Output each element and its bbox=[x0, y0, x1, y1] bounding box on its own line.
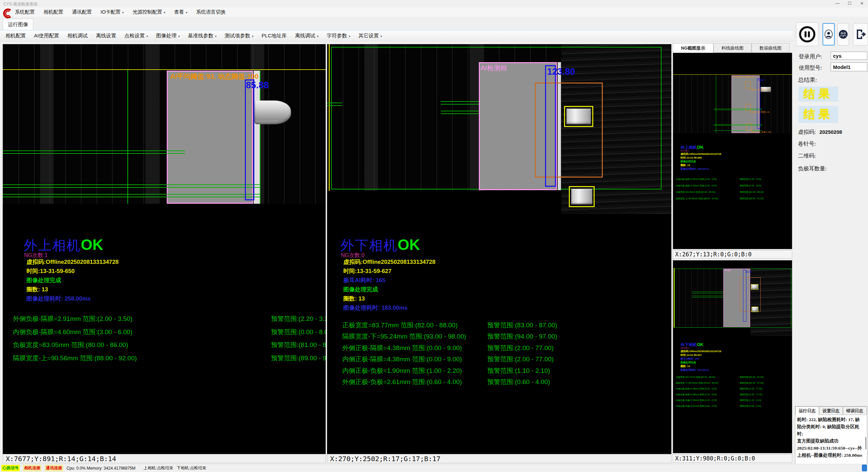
window-title: CYS-视觉检测系统 bbox=[3, 1, 38, 7]
user-button[interactable] bbox=[822, 23, 835, 46]
tool-ai-use-config[interactable]: AI使用配置 bbox=[34, 33, 59, 39]
login-user-label: 登录用户: bbox=[799, 53, 822, 60]
pause-button[interactable] bbox=[796, 22, 818, 46]
info-process-done: 图像处理完成 bbox=[26, 276, 61, 284]
mini-info: 极耳AI耗时: 165 bbox=[681, 357, 699, 361]
tool-offline-debug[interactable]: 离线调试 bbox=[295, 33, 319, 39]
measurement: 外侧正极-隔膜=4.38mm 范围:(0.00 - 9.00) bbox=[342, 344, 462, 352]
mini-ng: NG次数:1 bbox=[681, 149, 689, 152]
tab-data-curve[interactable]: 数据曲线图 bbox=[752, 43, 790, 53]
tab-run-log[interactable]: 运行日志 bbox=[795, 406, 819, 415]
vcode-label: 虚拟码: bbox=[798, 129, 816, 135]
tab-ng-screenshot[interactable]: NG截图显示 bbox=[673, 43, 713, 53]
maximize-button[interactable]: ☐ bbox=[844, 0, 856, 7]
mini-measure-line bbox=[714, 110, 762, 110]
measurement: 内侧负极-隔膜=4.60mm 范围:(3.00 - 6.00) bbox=[13, 328, 132, 337]
tab-settings-log[interactable]: 设置日志 bbox=[819, 406, 843, 415]
view-tab-row: 运行图像 bbox=[0, 17, 868, 30]
mini-measure-value: 123.80 bbox=[745, 271, 752, 273]
ng-preview-lower[interactable]: AI检测框 123.80 外下相机OK NG次数:0 虚拟码:Offline20… bbox=[673, 260, 792, 453]
mini-tab-box bbox=[752, 307, 758, 312]
users-button[interactable] bbox=[837, 23, 849, 46]
lower-camera-pixel-status: X:270;Y:2502;R:17;G:17;B:17 bbox=[327, 454, 671, 463]
tab-line-curve[interactable]: 料线曲线图 bbox=[713, 43, 752, 53]
menu-camera-config[interactable]: 相机配置 bbox=[43, 9, 63, 15]
mini-info: 虚拟码:Offline20250208133134728 bbox=[681, 152, 721, 156]
menu-system-config[interactable]: 系统配置 bbox=[15, 9, 35, 15]
tool-image-processing[interactable]: 图像处理 bbox=[156, 33, 180, 39]
mini-warn: 预警范围:(0.60 - 4.00) bbox=[740, 405, 761, 408]
menu-language-switch[interactable]: 系统语言切换 bbox=[196, 9, 225, 15]
mini-info: 虚拟码:Offline20250208133134728 bbox=[681, 350, 721, 353]
warn-range: 预警范围:(94.00 - 97.00) bbox=[487, 332, 557, 341]
model-input[interactable] bbox=[831, 62, 867, 71]
menu-view[interactable]: 查看 bbox=[174, 9, 187, 15]
width-measure-box bbox=[245, 79, 254, 200]
tab-run-image[interactable]: 运行图像 bbox=[3, 19, 33, 30]
preview-lower-pixel-status: X:311;Y:980;R:0;G:0;B:0 bbox=[673, 454, 792, 463]
tool-test-item-params[interactable]: 测试项参数 bbox=[225, 33, 254, 39]
mini-camera-title: 外上相机 bbox=[681, 145, 697, 150]
measurement: 隔膜宽度-下=95.24mm 范围:(93.00 - 98.00) bbox=[342, 332, 466, 341]
tool-baseline-params[interactable]: 基准线参数 bbox=[188, 33, 217, 39]
warn-range: 预警范围:(0.60 - 4.00) bbox=[487, 378, 550, 386]
mini-measurement: 外侧正极-隔膜=4.38mm 范围:(0.00 - 9.00) bbox=[676, 387, 717, 391]
measurement: 内侧正极-负极=1.90mm 范围:(1.00 - 2.20) bbox=[342, 366, 462, 375]
qrcode-label: 二维码: bbox=[798, 152, 816, 160]
mini-yellow-line bbox=[674, 268, 674, 328]
mini-measure-line bbox=[714, 124, 762, 125]
vcode-row: 虚拟码: 20250208 bbox=[798, 129, 842, 136]
menu-light-control-config[interactable]: 光源控制配置 bbox=[132, 9, 165, 15]
menu-comm-config[interactable]: 通讯配置 bbox=[72, 9, 92, 15]
tray-icon[interactable] bbox=[862, 465, 867, 471]
mini-camera-result: OK bbox=[697, 145, 704, 150]
mini-measurement: 隔膜宽度-上=90.56mm 范围:(88.00 - 92.00) bbox=[676, 197, 718, 200]
baseline-yellow-vertical bbox=[329, 44, 330, 191]
info-process-time: 图像处理耗时: 183.00ms bbox=[343, 304, 408, 312]
mini-blue-box bbox=[743, 270, 746, 322]
camera-link-badge: 相机连接 bbox=[23, 465, 41, 471]
mini-measure-line bbox=[714, 109, 762, 109]
user-icon bbox=[824, 29, 833, 39]
cpu-memory-text: Cpu: 0.0% Memory: 3424.41796875M bbox=[67, 466, 135, 471]
toolbar: 相机配置 AI使用配置 相机调试 离线设置 点检设置 图像处理 基准线参数 测试… bbox=[0, 30, 793, 41]
tool-camera-debug[interactable]: 相机调试 bbox=[67, 33, 88, 39]
camera-result: OK bbox=[81, 236, 103, 253]
mini-warn: 预警范围:(2.20 - 3.20) bbox=[740, 178, 761, 181]
mini-info: 图像处理完成 bbox=[681, 361, 696, 364]
camera-title: 外下相机 bbox=[341, 238, 398, 253]
log-scrollbar[interactable] bbox=[865, 437, 866, 449]
tool-spot-check-settings[interactable]: 点检设置 bbox=[124, 33, 148, 39]
info-process-time: 图像处理耗时: 258.00ms bbox=[26, 295, 91, 303]
tool-plc-address-lib[interactable]: PLC地址库 bbox=[261, 33, 287, 39]
tool-camera-config[interactable]: 相机配置 bbox=[5, 33, 26, 39]
tab-error-log[interactable]: 错误日志 bbox=[843, 406, 867, 415]
minimize-button[interactable]: — bbox=[831, 0, 844, 7]
measurement: 内侧正极-隔膜=4.38mm 范围:(0.00 - 9.00) bbox=[342, 355, 462, 364]
defect-annotation: 宽度:1.221 高度:1.791 bbox=[751, 131, 771, 134]
menu-bar: 系统配置 相机配置 通讯配置 IO卡配置 光源控制配置 查看 系统语言切换 bbox=[0, 7, 868, 17]
tool-offline-settings[interactable]: 离线设置 bbox=[96, 33, 116, 39]
camera-view-lower[interactable]: AI检测框 123.80 外下相机OK NG次数:0 虚拟码:Offline20… bbox=[327, 44, 671, 454]
shiny-tab bbox=[571, 189, 592, 204]
pause-icon bbox=[798, 25, 816, 43]
exit-button[interactable] bbox=[853, 23, 868, 46]
close-button[interactable]: ✕ bbox=[856, 0, 868, 7]
measure-value-overlay: 123.80 bbox=[547, 67, 575, 77]
mini-yellow-line bbox=[673, 74, 792, 75]
measure-line bbox=[3, 150, 185, 151]
ng-preview-upper[interactable]: AI平均阈值:93, 动态阈值:100 85.88 面积:1.228 宽度:1.… bbox=[673, 53, 792, 249]
camera-view-upper[interactable]: AI平均阈值:93, 动态阈值:100 85.88 外上相机OK NG次数:1 … bbox=[3, 44, 326, 454]
metal-tab bbox=[254, 101, 291, 124]
menu-io-card-config[interactable]: IO卡配置 bbox=[101, 9, 124, 15]
tool-other-settings[interactable]: 其它设置 bbox=[359, 33, 382, 39]
defect-box bbox=[745, 104, 751, 111]
warn-range: 预警范围:(1.10 - 2.10) bbox=[487, 366, 550, 375]
mini-info: 图像处理完成 bbox=[681, 160, 696, 163]
measure-line bbox=[3, 187, 260, 188]
tool-char-params[interactable]: 字符参数 bbox=[327, 33, 350, 39]
login-user-input[interactable] bbox=[831, 52, 867, 60]
info-time: 时间:13-31-59-627 bbox=[343, 267, 392, 275]
exit-icon bbox=[855, 29, 866, 40]
info-vcode: 虚拟码:Offline20250208133134728 bbox=[26, 258, 119, 266]
